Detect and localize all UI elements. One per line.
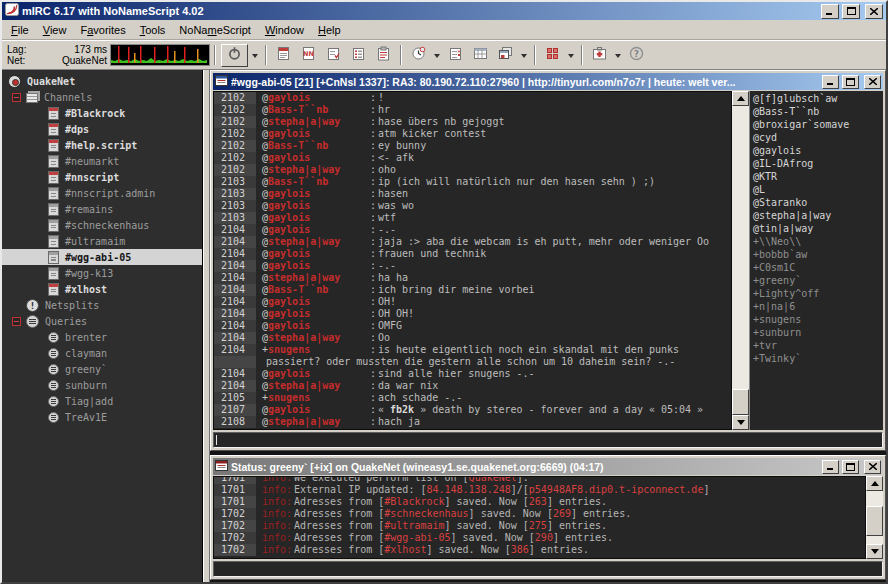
scroll-up-button[interactable] (732, 91, 749, 106)
toolbar-perform-button[interactable] (321, 45, 346, 66)
nicklist-item[interactable]: @gaylois (753, 144, 883, 157)
sidebar-item-brenter[interactable]: brenter (2, 329, 202, 345)
channel-input[interactable] (213, 432, 883, 448)
sidebar-item--nnscript-admin[interactable]: #nnscript.admin (2, 185, 202, 201)
sidebar-item-channels[interactable]: Channels (2, 89, 202, 105)
toolbar-windows-button[interactable] (493, 45, 518, 66)
nicklist-item[interactable]: @Bass-T``nb (753, 105, 883, 118)
sidebar-item--wgg-abi-05[interactable]: #wgg-abi-05 (2, 249, 202, 265)
sidebar-splitter[interactable] (203, 70, 210, 582)
nicklist-item[interactable]: @Staranko (753, 196, 883, 209)
toolbar-power-button[interactable] (221, 44, 248, 67)
toolbar-firstaid-button[interactable] (587, 45, 612, 66)
toolbar-power-dropdown[interactable] (249, 45, 261, 66)
menu-item-favorites[interactable]: Favorites (73, 22, 132, 38)
toolbar-layout-dropdown[interactable] (565, 45, 577, 66)
status-titlebar[interactable]: Status: greeny` [+ix] on QuakeNet (winea… (213, 458, 883, 475)
collapse-expander-icon[interactable] (12, 317, 21, 326)
toolbar-layout-button[interactable] (540, 45, 565, 66)
menu-item-file[interactable]: File (4, 22, 36, 38)
sidebar-item--ultramaim[interactable]: #ultramaim (2, 233, 202, 249)
sidebar-item--neumarkt[interactable]: #neumarkt (2, 153, 202, 169)
sidebar-item-sunburn[interactable]: sunburn (2, 377, 202, 393)
sidebar-item-tiag-add[interactable]: Tiag|add (2, 393, 202, 409)
toolbar-windows-dropdown[interactable] (518, 45, 530, 66)
toolbar-firstaid-dropdown[interactable] (612, 45, 624, 66)
sidebar-item-treav1e[interactable]: TreAv1E (2, 409, 202, 425)
timestamp: 2102 (214, 152, 256, 164)
scroll-down-button[interactable] (732, 415, 749, 430)
nicklist-item[interactable]: @IL-DAfrog (753, 157, 883, 170)
menu-item-window[interactable]: Window (258, 22, 311, 38)
sidebar-item-clayman[interactable]: clayman (2, 345, 202, 361)
scroll-track[interactable] (732, 106, 749, 415)
sidebar-item--dps[interactable]: #dps (2, 121, 202, 137)
sidebar-item--schneckenhaus[interactable]: #schneckenhaus (2, 217, 202, 233)
toolbar-table-button[interactable] (468, 45, 493, 66)
status-input[interactable] (213, 561, 883, 577)
nicklist-item[interactable]: +greeny` (753, 274, 883, 287)
timestamp: 2103 (214, 200, 256, 212)
close-button[interactable] (865, 4, 883, 19)
collapse-expander-icon[interactable] (12, 93, 21, 102)
chat-line: 2104@stepha|a|way:jaja :> aba die webcam… (214, 236, 731, 248)
nicklist-item[interactable]: +sunburn (753, 326, 883, 339)
main-titlebar[interactable]: mIRC 6.17 with NoNameScript 4.02 (2, 2, 886, 20)
message-part: 386 (511, 544, 529, 555)
sidebar-item-greeny-[interactable]: greeny` (2, 361, 202, 377)
nicklist-item[interactable]: +bobbb`aw (753, 248, 883, 261)
scroll-down-button[interactable] (866, 544, 883, 559)
sidebar-item-queries[interactable]: Queries (2, 313, 202, 329)
channel-close-button[interactable] (864, 75, 881, 89)
nicklist-item[interactable]: +Lighty^off (753, 287, 883, 300)
sidebar-item-quakenet[interactable]: QuakeNet (2, 73, 202, 89)
sidebar-item--remains[interactable]: #remains (2, 201, 202, 217)
nicklist-item[interactable]: @KTR (753, 170, 883, 183)
status-minimize-button[interactable] (822, 460, 839, 474)
scroll-thumb[interactable] (732, 389, 749, 415)
sidebar-item--blackrock[interactable]: #Blackrock (2, 105, 202, 121)
channel-titlebar[interactable]: #wgg-abi-05 [21] [+CnNsl 1337]: RA3: 80.… (213, 73, 883, 90)
nicklist-item[interactable]: @tin|a|way (753, 222, 883, 235)
channel-minimize-button[interactable] (822, 75, 839, 89)
sidebar-item-netsplits[interactable]: !Netsplits (2, 297, 202, 313)
nicklist-item[interactable]: +Twinky` (753, 352, 883, 365)
toolbar-checklist-button[interactable] (443, 45, 468, 66)
maximize-button[interactable] (842, 4, 860, 19)
nicklist-item[interactable]: +n|na|6 (753, 300, 883, 313)
scroll-track[interactable] (866, 491, 883, 544)
sidebar-item--xlhost[interactable]: #xlhost (2, 281, 202, 297)
nick-cell: @gaylois (262, 248, 368, 260)
sidebar-item--help-script[interactable]: #help.script (2, 137, 202, 153)
menu-item-tools[interactable]: Tools (133, 22, 173, 38)
nicklist-item[interactable]: +C0sm1C (753, 261, 883, 274)
channel-scrollbar[interactable] (732, 91, 749, 430)
scroll-up-button[interactable] (866, 476, 883, 491)
nicklist-item[interactable]: @stepha|a|way (753, 209, 883, 222)
nicklist-item[interactable]: +\\Neo\\ (753, 235, 883, 248)
nicklist-item[interactable]: @broxigar`somave (753, 118, 883, 131)
toolbar-clipboard-button[interactable] (371, 45, 396, 66)
toolbar-notify-list-button[interactable] (346, 45, 371, 66)
nicklist-item[interactable]: @[f]glubsch`aw (753, 92, 883, 105)
toolbar-timers-button[interactable] (406, 45, 431, 66)
status-close-button[interactable] (864, 460, 881, 474)
channel-maximize-button[interactable] (842, 75, 859, 89)
nicklist-item[interactable]: +tvr (753, 339, 883, 352)
nicklist-item[interactable]: @cyd (753, 131, 883, 144)
toolbar-nonamescript-button[interactable]: NN (296, 45, 321, 66)
sidebar-item--nnscript[interactable]: #nnscript (2, 169, 202, 185)
menu-item-nonamescript[interactable]: NoNameScript (172, 22, 258, 38)
menu-item-help[interactable]: Help (311, 22, 348, 38)
toolbar-script-file-button[interactable] (271, 45, 296, 66)
toolbar-help-button[interactable]: ? (624, 45, 649, 66)
sidebar-item--wgg-k13[interactable]: #wgg-k13 (2, 265, 202, 281)
scroll-thumb[interactable] (866, 506, 883, 536)
nicklist-item[interactable]: +snugens (753, 313, 883, 326)
minimize-button[interactable] (821, 4, 839, 19)
status-maximize-button[interactable] (842, 460, 859, 474)
status-scrollbar[interactable] (866, 476, 883, 559)
toolbar-timers-dropdown[interactable] (431, 45, 443, 66)
menu-item-view[interactable]: View (36, 22, 74, 38)
nicklist-item[interactable]: @L (753, 183, 883, 196)
